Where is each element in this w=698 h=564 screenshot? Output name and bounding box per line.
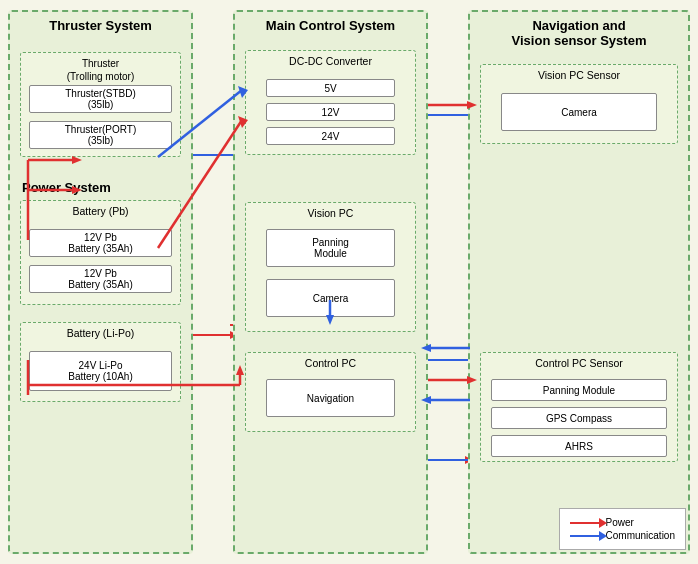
vision-pc-sensor-label: Vision PC Sensor xyxy=(538,69,620,81)
v5-box: 5V xyxy=(266,79,395,97)
v24-box: 24V xyxy=(266,127,395,145)
legend-comm: Communication xyxy=(570,530,675,541)
battery-pb1-label: 12V PbBattery (35Ah) xyxy=(68,232,132,254)
battery-pb2-box: 12V PbBattery (35Ah) xyxy=(29,265,172,293)
legend-power-label: Power xyxy=(606,517,634,528)
gps-compass-box: GPS Compass xyxy=(491,407,667,429)
thruster-port-label: Thruster(PORT)(35lb) xyxy=(65,124,137,146)
battery-pb2-label: 12V PbBattery (35Ah) xyxy=(68,268,132,290)
camera-sensor-label: Camera xyxy=(561,107,597,118)
legend-power: Power xyxy=(570,517,675,528)
ahrs-label: AHRS xyxy=(565,441,593,452)
battery-lipo1-label: 24V Li-PoBattery (10Ah) xyxy=(68,360,132,382)
camera-sensor-box: Camera xyxy=(501,93,657,131)
main-container: Thruster System Thruster(Trolling motor)… xyxy=(0,0,698,564)
battery-pb1-box: 12V PbBattery (35Ah) xyxy=(29,229,172,257)
main-control-title: Main Control System xyxy=(266,18,395,33)
thruster-stbd-label: Thruster(STBD)(35lb) xyxy=(65,88,136,110)
nav-section: Navigation and Vision sensor System Visi… xyxy=(468,10,690,554)
legend-power-line xyxy=(570,522,602,524)
v12-label: 12V xyxy=(322,107,340,118)
vision-pc-box: Vision PC PanningModule Camera xyxy=(245,202,416,332)
thruster-port-box: Thruster(PORT)(35lb) xyxy=(29,121,172,149)
thruster-section: Thruster System Thruster(Trolling motor)… xyxy=(8,10,193,554)
nav-section-title: Navigation and Vision sensor System xyxy=(512,18,647,48)
power-system-label: Power System xyxy=(22,180,111,195)
vision-pc-sensor-box: Vision PC Sensor Camera xyxy=(480,64,678,144)
panning-module-sensor-box: Panning Module xyxy=(491,379,667,401)
control-pc-sensor-label: Control PC Sensor xyxy=(535,357,623,369)
panning-module-label: PanningModule xyxy=(312,237,349,259)
dc-dc-box: DC-DC Converter 5V 12V 24V xyxy=(245,50,416,155)
dc-dc-label: DC-DC Converter xyxy=(289,55,372,67)
battery-lipo-box: Battery (Li-Po) 24V Li-PoBattery (10Ah) xyxy=(20,322,181,402)
ahrs-box: AHRS xyxy=(491,435,667,457)
legend-comm-line xyxy=(570,535,602,537)
legend-comm-label: Communication xyxy=(606,530,675,541)
thruster-section-title: Thruster System xyxy=(49,18,152,33)
navigation-box: Navigation xyxy=(266,379,395,417)
battery-pb-box: Battery (Pb) 12V PbBattery (35Ah) 12V Pb… xyxy=(20,200,181,305)
battery-lipo-label: Battery (Li-Po) xyxy=(67,327,135,339)
control-pc-sensor-box: Control PC Sensor Panning Module GPS Com… xyxy=(480,352,678,462)
main-control-section: Main Control System DC-DC Converter 5V 1… xyxy=(233,10,428,554)
camera-main-label: Camera xyxy=(313,293,349,304)
battery-pb-label: Battery (Pb) xyxy=(72,205,128,217)
control-pc-box: Control PC Navigation xyxy=(245,352,416,432)
vision-pc-label: Vision PC xyxy=(308,207,354,219)
v12-box: 12V xyxy=(266,103,395,121)
camera-main-box: Camera xyxy=(266,279,395,317)
v5-label: 5V xyxy=(324,83,336,94)
battery-lipo1-box: 24V Li-PoBattery (10Ah) xyxy=(29,351,172,391)
thruster-stbd-box: Thruster(STBD)(35lb) xyxy=(29,85,172,113)
navigation-label: Navigation xyxy=(307,393,354,404)
panning-module-box: PanningModule xyxy=(266,229,395,267)
v24-label: 24V xyxy=(322,131,340,142)
control-pc-label: Control PC xyxy=(305,357,356,369)
thruster-component-box: Thruster(Trolling motor) Thruster(STBD)(… xyxy=(20,52,181,157)
panning-module-sensor-label: Panning Module xyxy=(543,385,615,396)
thruster-group-label: Thruster(Trolling motor) xyxy=(67,57,134,83)
legend: Power Communication xyxy=(559,508,686,550)
gps-compass-label: GPS Compass xyxy=(546,413,612,424)
